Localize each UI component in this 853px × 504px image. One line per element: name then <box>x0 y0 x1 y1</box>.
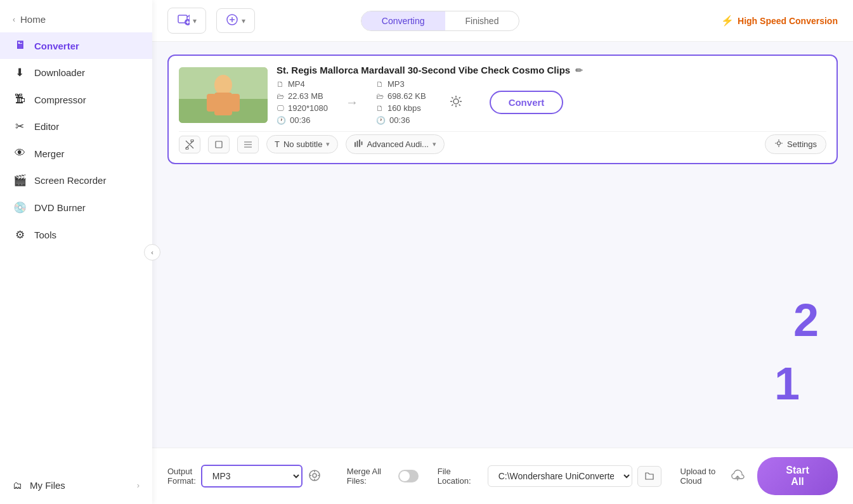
chevron-down-icon: ▾ <box>193 16 197 25</box>
lightning-icon: ⚡ <box>721 15 734 27</box>
resolution-icon: 🖵 <box>277 104 284 113</box>
sidebar-item-label: Editor <box>34 121 59 132</box>
folder-icon: 🗁 <box>277 92 284 101</box>
output-format-label: Output Format: <box>167 467 196 486</box>
speed-label: High Speed Conversion <box>738 16 838 26</box>
bitrate-icon: 🗋 <box>376 104 384 113</box>
output-format-row: 🗋 MP3 <box>376 79 426 89</box>
my-files-label: My Files <box>30 480 65 491</box>
source-resolution-row: 🖵 1920*1080 <box>277 103 328 113</box>
editor-icon: ✂ <box>13 120 27 133</box>
sidebar-item-tools[interactable]: ⚙ Tools <box>0 221 152 249</box>
subtitle-chevron-icon: ▾ <box>326 140 330 148</box>
add-more-icon <box>226 13 238 28</box>
svg-rect-7 <box>214 93 232 115</box>
source-format-row: 🗋 MP4 <box>277 79 328 89</box>
number-1-badge: 1 <box>774 358 800 410</box>
sidebar-home[interactable]: ‹ Home <box>0 6 152 32</box>
edit-title-icon[interactable]: ✏ <box>575 65 583 75</box>
sidebar-item-label: Compressor <box>34 94 86 105</box>
audio-dropdown[interactable]: Advanced Audi... ▾ <box>346 134 445 154</box>
svg-point-18 <box>313 474 316 477</box>
start-all-button[interactable]: Start All <box>757 457 838 495</box>
svg-point-16 <box>778 142 781 145</box>
high-speed-button[interactable]: ⚡ High Speed Conversion <box>721 15 838 27</box>
sidebar-item-merger[interactable]: 👁 Merger <box>0 140 152 167</box>
file-card: St. Regis Mallorca Mardavall 30-Second V… <box>167 55 838 164</box>
output-duration: 00:36 <box>389 115 410 125</box>
source-duration-row: 🕐 00:36 <box>277 115 328 125</box>
sidebar-item-downloader[interactable]: ⬇ Downloader <box>0 59 152 86</box>
merge-toggle[interactable] <box>398 470 418 482</box>
svg-rect-14 <box>359 139 360 147</box>
sidebar-item-label: Screen Recorder <box>34 175 106 186</box>
svg-rect-8 <box>207 94 216 112</box>
collapse-sidebar-button[interactable]: ‹ <box>144 244 160 261</box>
browse-folder-button[interactable] <box>637 466 661 487</box>
sidebar-item-label: Downloader <box>34 67 85 78</box>
output-format-field: Output Format: MP3 MP4 AAC WAV <box>167 465 322 488</box>
file-info: St. Regis Mallorca Mardavall 30-Second V… <box>277 65 826 125</box>
tab-converting[interactable]: Converting <box>361 11 445 30</box>
toggle-knob <box>400 471 410 481</box>
sidebar-item-screen-recorder[interactable]: 🎬 Screen Recorder <box>0 167 152 194</box>
add-more-button[interactable]: ▾ <box>216 8 255 33</box>
downloader-icon: ⬇ <box>13 66 27 79</box>
tab-finished[interactable]: Finished <box>445 11 519 30</box>
gear-area <box>445 91 467 114</box>
source-resolution: 1920*1080 <box>288 103 328 113</box>
format-settings-button[interactable] <box>308 468 322 484</box>
settings-gear-button[interactable] <box>445 91 467 114</box>
chevron-right-icon: › <box>137 481 140 490</box>
file-title: St. Regis Mallorca Mardavall 30-Second V… <box>277 65 826 75</box>
merge-label: Merge All Files: <box>347 467 394 486</box>
file-card-toolbar: T No subtitle ▾ Advanced Audi... <box>179 131 826 154</box>
file-location-field: File Location: C:\Wondershare UniConvert… <box>438 465 661 487</box>
tools-icon: ⚙ <box>13 228 27 242</box>
svg-rect-12 <box>355 142 356 147</box>
svg-rect-9 <box>231 94 240 112</box>
content-area: St. Regis Mallorca Mardavall 30-Second V… <box>152 42 853 448</box>
source-size-row: 🗁 22.63 MB <box>277 91 328 101</box>
sidebar-item-compressor[interactable]: 🗜 Compressor <box>0 86 152 113</box>
cut-button[interactable] <box>179 136 200 153</box>
settings-icon <box>774 139 783 150</box>
output-clock-icon: 🕐 <box>376 116 386 125</box>
source-size: 22.63 MB <box>288 91 323 101</box>
sidebar-item-label: Converter <box>34 41 79 51</box>
sidebar-item-my-files[interactable]: 🗂 My Files › <box>0 473 152 498</box>
sidebar-item-converter[interactable]: 🖥 Converter <box>0 32 152 59</box>
output-size-row: 🗁 698.62 KB <box>376 91 426 101</box>
file-location-label: File Location: <box>438 467 483 486</box>
number-2-badge: 2 <box>793 294 819 346</box>
subtitle-dropdown[interactable]: T No subtitle ▾ <box>266 135 338 153</box>
svg-rect-11 <box>216 141 222 148</box>
output-bitrate-row: 🗋 160 kbps <box>376 103 426 113</box>
tab-group: Converting Finished <box>361 11 520 31</box>
output-folder-icon: 🗁 <box>376 92 384 101</box>
source-meta: 🗋 MP4 🗁 22.63 MB 🖵 1920*1080 <box>277 79 328 125</box>
convert-button[interactable]: Convert <box>490 91 564 114</box>
sidebar-item-label: Tools <box>34 229 56 240</box>
sidebar-item-dvd-burner[interactable]: 💿 DVD Burner <box>0 194 152 221</box>
home-label: Home <box>20 14 46 25</box>
compressor-icon: 🗜 <box>13 93 27 106</box>
list-button[interactable] <box>237 136 259 153</box>
file-meta: 🗋 MP4 🗁 22.63 MB 🖵 1920*1080 <box>277 79 826 125</box>
output-file-icon: 🗋 <box>376 80 384 89</box>
screen-recorder-icon: 🎬 <box>13 174 27 187</box>
audio-chevron-icon: ▾ <box>433 140 436 148</box>
upload-cloud-button[interactable] <box>731 468 745 484</box>
add-video-button[interactable]: ▾ <box>167 8 206 34</box>
file-icon: 🗋 <box>277 80 284 89</box>
source-duration: 00:36 <box>290 115 311 125</box>
bottom-settings-button[interactable]: Settings <box>765 134 826 154</box>
sidebar-item-label: DVD Burner <box>34 202 86 213</box>
format-select[interactable]: MP3 MP4 AAC WAV <box>201 465 303 488</box>
sidebar-item-editor[interactable]: ✂ Editor <box>0 113 152 140</box>
chevron-left-icon: ‹ <box>13 15 15 24</box>
clock-icon: 🕐 <box>277 116 286 125</box>
crop-button[interactable] <box>208 136 230 153</box>
location-select[interactable]: C:\Wondershare UniConverter 1 <box>488 465 632 487</box>
main-area: ▾ ▾ Converting Finished ⚡ High Speed Con… <box>152 0 853 504</box>
